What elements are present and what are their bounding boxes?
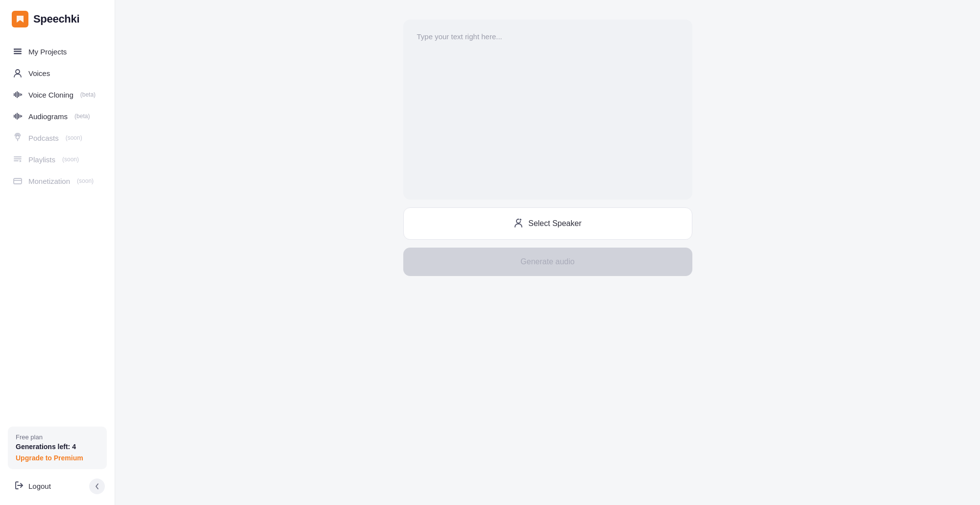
podcasts-icon (13, 133, 23, 143)
svg-rect-5 (14, 93, 15, 96)
svg-point-4 (16, 70, 20, 74)
svg-rect-1 (14, 51, 22, 52)
text-area-container (403, 20, 692, 200)
svg-rect-11 (14, 115, 15, 118)
sidebar-item-playlists-label: Playlists (28, 155, 55, 164)
playlists-badge: (soon) (62, 156, 79, 163)
sidebar-item-podcasts-label: Podcasts (28, 134, 59, 142)
speechki-logo-icon (12, 11, 28, 27)
plan-label: Free plan (16, 433, 99, 441)
sidebar-bottom: Free plan Generations left: 4 Upgrade to… (0, 419, 115, 505)
svg-rect-7 (17, 91, 18, 98)
content-wrapper: Select Speaker Generate audio (403, 20, 692, 276)
sidebar: Speechki My Projects Voic (0, 0, 115, 505)
logout-row: Logout (8, 477, 107, 495)
plan-generations: Generations left: 4 (16, 443, 99, 451)
voice-cloning-icon (13, 90, 23, 100)
sidebar-item-my-projects[interactable]: My Projects (6, 41, 109, 62)
podcasts-badge: (soon) (66, 134, 82, 141)
sidebar-item-voices-label: Voices (28, 69, 50, 77)
monetization-icon (13, 176, 23, 186)
sidebar-item-audiograms-label: Audiograms (28, 112, 68, 121)
sidebar-item-my-projects-label: My Projects (28, 48, 67, 56)
plan-card: Free plan Generations left: 4 Upgrade to… (8, 427, 107, 469)
speaker-icon (514, 218, 523, 229)
voices-icon (13, 68, 23, 78)
logo-text: Speechki (33, 13, 79, 25)
sidebar-item-audiograms[interactable]: Audiograms (beta) (6, 106, 109, 126)
audiograms-icon (13, 111, 23, 121)
voice-cloning-badge: (beta) (80, 91, 96, 98)
svg-rect-15 (20, 115, 21, 118)
generate-audio-label: Generate audio (520, 257, 574, 266)
svg-rect-12 (15, 114, 16, 119)
select-speaker-button[interactable]: Select Speaker (403, 207, 692, 240)
playlists-icon (13, 154, 23, 164)
sidebar-item-playlists: Playlists (soon) (6, 149, 109, 170)
generate-audio-button[interactable]: Generate audio (403, 248, 692, 276)
svg-rect-23 (14, 178, 22, 184)
svg-rect-16 (21, 115, 22, 117)
logout-button[interactable]: Logout (10, 477, 56, 495)
logout-label: Logout (28, 482, 51, 490)
audiograms-badge: (beta) (74, 113, 90, 120)
projects-icon (13, 47, 23, 56)
upgrade-to-premium-link[interactable]: Upgrade to Premium (16, 454, 83, 462)
sidebar-item-monetization-label: Monetization (28, 177, 70, 185)
sidebar-item-voices[interactable]: Voices (6, 63, 109, 83)
svg-rect-8 (18, 92, 19, 97)
logout-icon (15, 481, 24, 491)
monetization-badge: (soon) (77, 177, 94, 184)
svg-point-17 (16, 136, 20, 139)
sidebar-item-podcasts: Podcasts (soon) (6, 127, 109, 148)
select-speaker-label: Select Speaker (528, 219, 582, 228)
svg-rect-13 (17, 113, 18, 120)
svg-rect-2 (14, 53, 22, 54)
sidebar-item-monetization: Monetization (soon) (6, 171, 109, 191)
svg-rect-3 (14, 49, 15, 50)
svg-rect-9 (20, 93, 21, 96)
svg-rect-6 (15, 92, 16, 97)
svg-rect-10 (21, 94, 22, 96)
nav-list: My Projects Voices (0, 41, 115, 419)
main-content: Select Speaker Generate audio (115, 0, 980, 505)
logo-area: Speechki (0, 0, 115, 41)
sidebar-item-voice-cloning-label: Voice Cloning (28, 91, 74, 99)
svg-marker-22 (20, 160, 22, 162)
text-input[interactable] (405, 22, 690, 196)
svg-rect-14 (18, 114, 19, 119)
sidebar-item-voice-cloning[interactable]: Voice Cloning (beta) (6, 84, 109, 105)
sidebar-collapse-button[interactable] (89, 479, 105, 494)
